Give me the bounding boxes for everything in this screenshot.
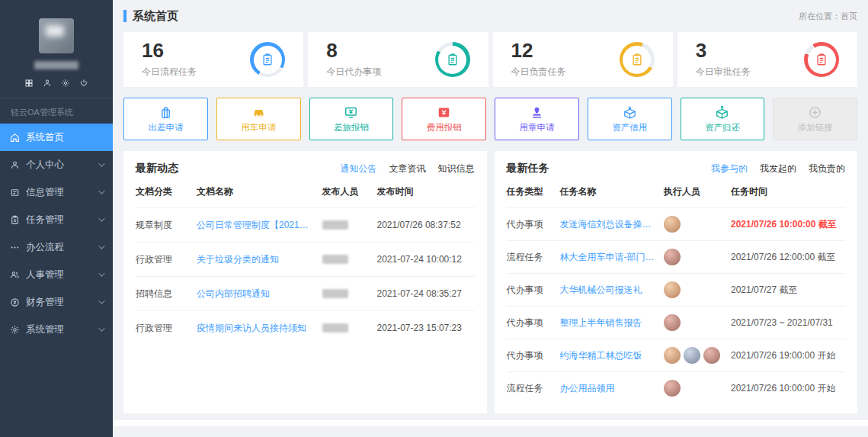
stat-donut xyxy=(620,42,655,77)
tab-knowledge[interactable]: 知识信息 xyxy=(438,162,475,175)
clipboard-icon xyxy=(815,53,828,66)
col-publish-time: 发布时间 xyxy=(377,185,475,198)
grid-icon[interactable] xyxy=(24,79,34,88)
info-icon xyxy=(10,188,20,198)
footer-strip xyxy=(113,420,868,426)
task-time: 2021/07/26 10:00:00 截至 xyxy=(731,218,845,231)
executor-avatars xyxy=(664,281,731,298)
task-time: 2021/07/23 ~ 2021/07/31 xyxy=(731,317,845,328)
stat-label: 今日负责任务 xyxy=(511,66,566,79)
stat-card-responsible: 12 今日负责任务 xyxy=(493,32,673,87)
quick-action-asset-borrow[interactable]: 资产借用 xyxy=(588,98,672,140)
quick-action-asset-return[interactable]: 资产归还 xyxy=(681,98,765,140)
task-link[interactable]: 林大全用车申请-部门确认 xyxy=(560,251,665,264)
avatar xyxy=(664,249,681,265)
user-profile xyxy=(0,0,113,98)
table-row: 流程任务 林大全用车申请-部门确认 2021/07/26 12:00:00 截至 xyxy=(507,240,846,273)
table-header: 任务类型 任务名称 执行人员 任务时间 xyxy=(507,175,846,207)
stat-label: 今日审批任务 xyxy=(696,66,751,79)
quick-action-travel-reimburse[interactable]: 差旅报销 xyxy=(309,98,394,140)
publisher-blurred xyxy=(322,323,348,333)
doc-category: 规章制度 xyxy=(136,219,197,232)
sidebar-item-info[interactable]: 信息管理 xyxy=(0,178,113,206)
col-task-time: 任务时间 xyxy=(731,185,845,198)
people-icon xyxy=(10,270,20,280)
quick-action-business-trip[interactable]: 出差申请 xyxy=(123,98,208,140)
panels-row: 最新动态 通知公告 文章资讯 知识信息 文档分类 文档名称 发布人员 发布时间 … xyxy=(123,151,857,413)
user-avatar[interactable] xyxy=(39,18,74,53)
quick-action-label: 资产借用 xyxy=(612,122,647,133)
tab-responsible[interactable]: 我负责的 xyxy=(809,162,845,175)
avatar xyxy=(664,281,681,298)
col-task-type: 任务类型 xyxy=(507,185,560,198)
sidebar-item-label: 办公流程 xyxy=(26,241,64,254)
sidebar-item-label: 个人中心 xyxy=(26,159,64,172)
task-time: 2021/07/26 10:00:00 开始 xyxy=(731,382,845,395)
quick-action-seal[interactable]: 用章申请 xyxy=(495,98,579,140)
executor-avatars xyxy=(664,249,731,265)
page-header: 系统首页 所在位置：首页 xyxy=(123,0,857,32)
stamp-icon xyxy=(530,105,544,120)
publisher-blurred xyxy=(322,289,348,298)
oa-dashboard: 轻云OA管理系统 系统首页 个人中心 信息管理 任务管理 xyxy=(0,0,868,437)
sidebar-item-system[interactable]: 系统管理 xyxy=(0,316,113,343)
task-link[interactable]: 办公用品领用 xyxy=(560,382,665,395)
quick-action-label: 差旅报销 xyxy=(334,122,369,133)
executor-avatars xyxy=(664,216,731,233)
task-link[interactable]: 整理上半年销售报告 xyxy=(560,317,665,329)
breadcrumb-current[interactable]: 首页 xyxy=(841,11,857,21)
system-name: 轻云OA管理系统 xyxy=(0,98,113,124)
task-link[interactable]: 约海华精工林总吃饭 xyxy=(560,349,665,362)
profile-toolbar xyxy=(0,79,113,98)
task-time: 2021/07/27 截至 xyxy=(731,284,845,297)
sidebar-item-tasks[interactable]: 任务管理 xyxy=(0,206,113,233)
task-link[interactable]: 发送海信刘总设备操作手册 xyxy=(560,218,665,231)
sidebar-item-hr[interactable]: 人事管理 xyxy=(0,261,113,288)
publish-time: 2021-07-24 10:00:12 xyxy=(377,254,475,265)
sidebar-item-home[interactable]: 系统首页 xyxy=(0,124,113,151)
tab-notice[interactable]: 通知公告 xyxy=(341,162,377,175)
title-accent-bar xyxy=(123,10,127,22)
doc-link[interactable]: 公司日常管理制度【2021年度】 xyxy=(197,219,322,232)
tab-initiated[interactable]: 我发起的 xyxy=(760,162,796,175)
plus-icon xyxy=(808,105,822,120)
sidebar-item-workflow[interactable]: 办公流程 xyxy=(0,233,113,261)
stat-card-approval: 3 今日审批任务 xyxy=(677,32,857,87)
user-icon[interactable] xyxy=(43,79,52,88)
gear-icon[interactable] xyxy=(61,79,70,88)
quick-action-label: 资产归还 xyxy=(705,122,740,133)
stat-card-process: 16 今日流程任务 xyxy=(123,32,303,87)
table-row: 招聘信息 公司内部招聘通知 2021-07-24 08:35:27 xyxy=(136,276,475,310)
publisher-blurred xyxy=(322,255,348,264)
tab-participated[interactable]: 我参与的 xyxy=(711,162,748,175)
page-title: 系统首页 xyxy=(123,9,178,24)
stat-donut xyxy=(435,42,470,77)
sidebar-item-finance[interactable]: 财务管理 xyxy=(0,288,113,316)
doc-link[interactable]: 疫情期间来访人员接待须知 xyxy=(197,322,322,335)
avatar xyxy=(664,314,681,331)
executor-avatars xyxy=(664,314,731,331)
expense-icon xyxy=(437,105,451,120)
sidebar-item-label: 财务管理 xyxy=(26,296,64,309)
latest-tasks-panel: 最新任务 我参与的 我发起的 我负责的 任务类型 任务名称 执行人员 任务时间 … xyxy=(495,151,858,413)
quick-action-vehicle[interactable]: 用车申请 xyxy=(216,98,301,140)
chevron-down-icon xyxy=(98,243,104,249)
sidebar-item-personal[interactable]: 个人中心 xyxy=(0,151,113,178)
doc-link[interactable]: 公司内部招聘通知 xyxy=(197,288,322,300)
page-title-text: 系统首页 xyxy=(133,9,178,24)
clipboard-icon xyxy=(10,215,20,225)
task-link[interactable]: 大华机械公司报送礼 xyxy=(560,284,665,297)
task-type: 代办事项 xyxy=(507,349,560,362)
stat-card-todo: 8 今日代办事项 xyxy=(308,32,488,87)
stat-donut xyxy=(250,42,285,77)
sidebar-item-label: 系统管理 xyxy=(26,323,64,336)
task-time: 2021/07/26 19:00:00 开始 xyxy=(731,349,845,362)
doc-link[interactable]: 关于垃圾分类的通知 xyxy=(197,253,322,266)
power-icon[interactable] xyxy=(79,79,88,88)
quick-action-expense-reimburse[interactable]: 费用报销 xyxy=(402,98,486,140)
finance-icon xyxy=(10,297,20,307)
clipboard-icon xyxy=(630,53,644,66)
tab-articles[interactable]: 文章资讯 xyxy=(389,162,426,175)
quick-action-label: 添加链接 xyxy=(798,122,833,133)
quick-action-add-link[interactable]: 添加链接 xyxy=(773,98,857,140)
